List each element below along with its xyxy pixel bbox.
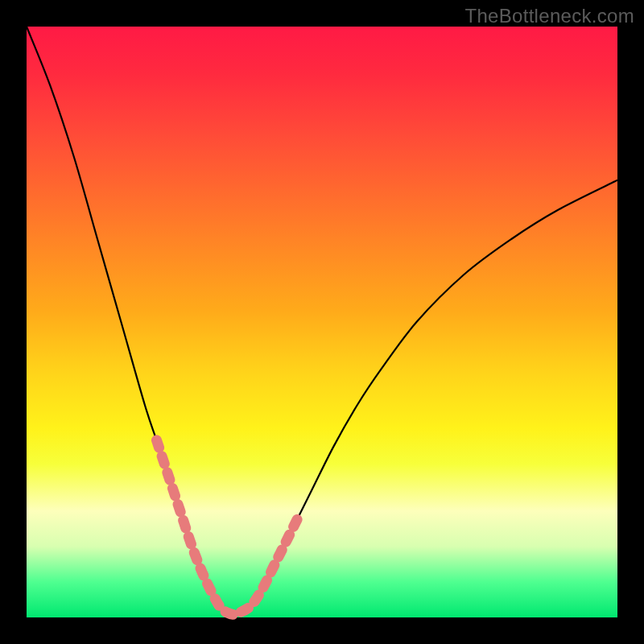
- chart-frame: TheBottleneck.com: [0, 0, 644, 644]
- curve-svg: [27, 27, 617, 617]
- watermark-text: TheBottleneck.com: [464, 5, 634, 27]
- highlight-overlay: [156, 440, 298, 615]
- plot-area: [27, 27, 617, 617]
- bottleneck-curve: [27, 27, 617, 614]
